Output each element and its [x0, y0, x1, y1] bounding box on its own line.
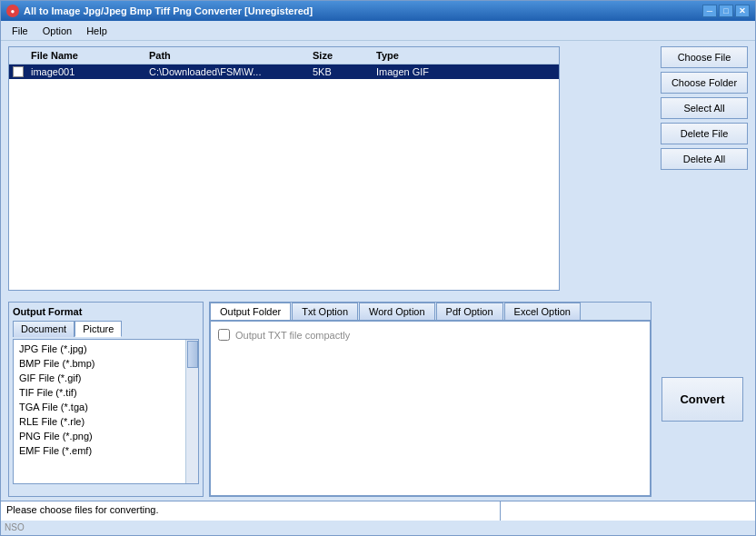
output-compactly-label: Output TXT file compactly — [235, 330, 350, 341]
row-type: Imagen GIF — [376, 66, 555, 77]
tab-picture[interactable]: Picture — [75, 321, 122, 337]
output-format-title: Output Format — [13, 306, 199, 317]
bottom-section: Output Format Document Picture JPG File … — [8, 302, 748, 497]
close-button[interactable]: ✕ — [735, 5, 750, 17]
format-tabs: Document Picture — [13, 321, 199, 337]
row-size: 5KB — [313, 66, 376, 77]
table-row[interactable]: ✓ image001 C:\Downloaded\FSM\W... 5KB Im… — [9, 65, 559, 79]
format-list-container: JPG File (*.jpg) BMP File (*.bmp) GIF Fi… — [13, 339, 199, 484]
status-bar: Please choose files for converting. — [1, 501, 755, 521]
convert-area: Convert — [657, 302, 748, 497]
choose-file-button[interactable]: Choose File — [661, 46, 748, 68]
list-item[interactable]: TIF File (*.tif) — [15, 385, 184, 400]
list-item[interactable]: RLE File (*.rle) — [15, 414, 184, 429]
list-item[interactable]: JPG File (*.jpg) — [15, 342, 184, 356]
top-area: File Name Path Size Type ✓ image001 C:\D… — [8, 46, 748, 497]
options-tabs: Output Folder Txt Option Word Option Pdf… — [210, 303, 651, 321]
menu-option[interactable]: Option — [35, 24, 79, 38]
output-format-panel: Output Format Document Picture JPG File … — [8, 302, 204, 497]
tab-document[interactable]: Document — [13, 321, 75, 337]
format-list[interactable]: JPG File (*.jpg) BMP File (*.bmp) GIF Fi… — [14, 340, 185, 483]
file-panel: File Name Path Size Type ✓ image001 C:\D… — [8, 46, 560, 291]
col-path: Path — [149, 50, 313, 61]
col-type: Type — [376, 50, 555, 61]
delete-all-button[interactable]: Delete All — [661, 148, 748, 170]
scrollbar-thumb — [187, 341, 198, 368]
window-controls: ─ □ ✕ — [702, 5, 750, 17]
row-path: C:\Downloaded\FSM\W... — [149, 66, 313, 77]
file-table-body: ✓ image001 C:\Downloaded\FSM\W... 5KB Im… — [9, 65, 559, 79]
status-right — [501, 501, 755, 521]
menu-file[interactable]: File — [5, 24, 35, 38]
tab-output-folder[interactable]: Output Folder — [210, 303, 291, 320]
output-compactly-checkbox[interactable] — [218, 329, 230, 341]
tab-excel-option[interactable]: Excel Option — [504, 303, 581, 320]
file-table-header: File Name Path Size Type — [9, 47, 559, 65]
col-check — [13, 50, 31, 61]
title-bar: ● All to Image Jpg/Jpeg Bmp Tiff Png Con… — [1, 1, 755, 21]
menu-bar: File Option Help — [1, 21, 755, 41]
row-filename: image001 — [31, 66, 149, 77]
format-list-scrollbar[interactable] — [185, 340, 198, 483]
col-size: Size — [313, 50, 376, 61]
minimize-button[interactable]: ─ — [702, 5, 717, 17]
delete-file-button[interactable]: Delete File — [661, 123, 748, 144]
select-all-button[interactable]: Select All — [661, 97, 748, 119]
options-panel: Output Folder Txt Option Word Option Pdf… — [209, 302, 652, 497]
list-item[interactable]: TGA File (*.tga) — [15, 400, 184, 414]
row-checkbox[interactable]: ✓ — [13, 66, 24, 77]
convert-button[interactable]: Convert — [662, 377, 743, 422]
list-item[interactable]: BMP File (*.bmp) — [15, 356, 184, 371]
output-compactly-row: Output TXT file compactly — [218, 329, 642, 341]
right-buttons: Choose File Choose Folder Select All Del… — [661, 46, 748, 296]
main-window: ● All to Image Jpg/Jpeg Bmp Tiff Png Con… — [0, 0, 756, 536]
menu-help[interactable]: Help — [79, 24, 114, 38]
list-item[interactable]: GIF File (*.gif) — [15, 371, 184, 385]
maximize-button[interactable]: □ — [719, 5, 733, 17]
col-filename: File Name — [31, 50, 149, 61]
status-message: Please choose files for converting. — [1, 501, 501, 521]
tab-word-option[interactable]: Word Option — [359, 303, 435, 320]
choose-folder-button[interactable]: Choose Folder — [661, 72, 748, 94]
tab-pdf-option[interactable]: Pdf Option — [436, 303, 503, 320]
main-area: File Name Path Size Type ✓ image001 C:\D… — [1, 41, 755, 501]
list-item[interactable]: EMF File (*.emf) — [15, 443, 184, 458]
tab-txt-option[interactable]: Txt Option — [292, 303, 358, 320]
options-content: Output TXT file compactly — [210, 321, 651, 496]
status-bottom: NSO — [1, 521, 755, 535]
window-title: All to Image Jpg/Jpeg Bmp Tiff Png Conve… — [24, 5, 702, 16]
list-item[interactable]: PNG File (*.png) — [15, 429, 184, 443]
app-icon: ● — [6, 5, 19, 17]
